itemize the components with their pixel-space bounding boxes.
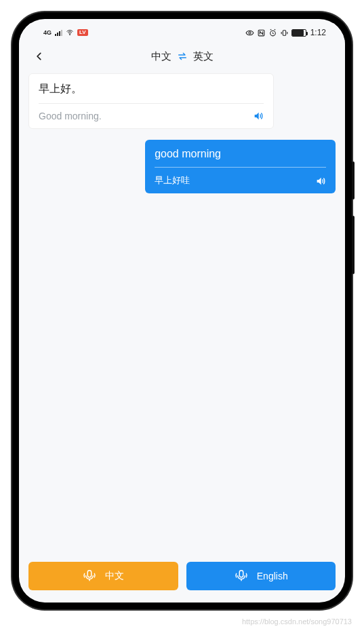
status-bar: 4G LV 1:12 [19,23,345,42]
voice-input-chinese-button[interactable]: 中文 [28,562,178,590]
message-card[interactable]: good morning 早上好哇 [145,140,336,193]
voice-input-english-button[interactable]: English [186,562,336,590]
nfc-icon [257,28,266,37]
mic-icon [234,569,249,584]
button-label: 中文 [105,570,124,582]
message-target: 早上好哇 [155,168,326,187]
clock: 1:12 [310,28,326,37]
svg-rect-5 [88,571,92,577]
lang-from-label: 中文 [151,50,171,63]
signal-bars-icon [55,30,62,36]
alarm-icon [268,28,277,37]
message-target: Good morning. [39,104,264,121]
svg-point-0 [70,35,70,35]
eye-icon [245,28,254,37]
svg-rect-6 [239,571,243,577]
rec-badge: LV [77,29,88,36]
play-audio-button[interactable] [314,174,327,188]
button-label: English [257,571,288,581]
network-indicator: 4G [43,29,52,36]
vibrate-icon [280,28,289,37]
wifi-icon [66,28,74,37]
swap-icon [177,52,188,60]
watermark: https://blog.csdn.net/song970713 [242,617,352,626]
message-source: 早上好。 [39,82,264,104]
language-pair[interactable]: 中文 英文 [50,50,314,63]
voice-input-bar: 中文 English [19,555,345,603]
mic-icon [82,569,97,584]
back-button[interactable] [28,45,50,67]
message-list: 早上好。 Good morning. good morning 早上好哇 [19,71,345,555]
svg-rect-4 [283,30,285,35]
battery-icon [291,29,306,37]
lang-to-label: 英文 [193,50,214,63]
message-card[interactable]: 早上好。 Good morning. [28,73,274,129]
svg-point-1 [249,31,251,33]
app-header: 中文 英文 [19,42,345,71]
play-audio-button[interactable] [251,109,265,123]
message-source: good morning [155,148,326,168]
